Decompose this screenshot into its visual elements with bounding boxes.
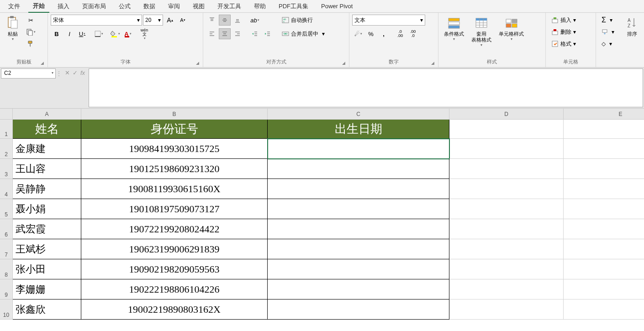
row-header[interactable]: 5 [0,199,13,219]
cell-B4[interactable]: 19008119930615160X [81,179,268,199]
formula-input[interactable] [89,68,643,107]
increase-decimal-button[interactable]: .0.00 [394,28,406,39]
cell-D8[interactable] [449,259,564,279]
cut-button[interactable]: ✂ [25,15,37,26]
align-center-button[interactable] [219,28,231,39]
cell-B10[interactable]: 19002219890803162X [81,299,268,320]
autosum-button[interactable]: Σ▾ [599,15,615,26]
cell-B1[interactable]: 身份证号 [81,120,268,139]
select-all-corner[interactable] [0,109,13,120]
cell-E1[interactable] [564,120,644,139]
decrease-font-button[interactable]: A▾ [177,15,189,26]
cell-B6[interactable]: 190722199208024422 [81,219,268,239]
cell-A3[interactable]: 王山容 [13,159,81,179]
fill-color-button[interactable]: ▾ [109,28,121,39]
cell-C6[interactable] [268,219,449,239]
tab-view[interactable]: 视图 [188,0,209,12]
align-left-button[interactable] [206,28,218,39]
cell-D3[interactable] [449,159,564,179]
cell-C7[interactable] [268,239,449,259]
font-size-select[interactable]: 20▾ [143,15,163,26]
cell-A8[interactable]: 张小田 [13,259,81,279]
tab-developer[interactable]: 开发工具 [213,0,246,12]
name-box[interactable]: C2 ▾ [1,68,56,79]
cell-E2[interactable] [564,139,644,159]
row-header[interactable]: 2 [0,139,13,159]
clear-button[interactable]: ◇▾ [599,38,615,49]
cell-styles-button[interactable]: 单元格样式▾ [496,15,527,42]
underline-button[interactable]: U▾ [76,28,88,39]
decrease-decimal-button[interactable]: .00.0 [407,28,419,39]
cell-D9[interactable] [449,279,564,299]
number-launcher[interactable]: ◢ [431,61,434,65]
align-right-button[interactable] [232,28,243,39]
col-header[interactable]: D [449,109,564,120]
comma-button[interactable]: , [378,28,390,39]
cell-D5[interactable] [449,199,564,219]
copy-button[interactable]: ▾ [25,26,37,37]
tab-pdf[interactable]: PDF工具集 [274,0,313,12]
cell-C4[interactable] [268,179,449,199]
cell-B3[interactable]: 190125198609231320 [81,159,268,179]
cell-A6[interactable]: 武宏霞 [13,219,81,239]
cell-E4[interactable] [564,179,644,199]
cell-D2[interactable] [449,139,564,159]
row-header[interactable]: 4 [0,179,13,199]
currency-button[interactable]: ☄▾ [352,28,364,39]
cell-A5[interactable]: 聂小娟 [13,199,81,219]
tab-review[interactable]: 审阅 [164,0,185,12]
cell-B7[interactable]: 190623199006291839 [81,239,268,259]
align-top-button[interactable] [206,15,218,26]
tab-file[interactable]: 文件 [4,0,25,12]
wrap-text-button[interactable]: abc 自动换行 [279,15,327,26]
orientation-button[interactable]: ab▾ [249,15,261,26]
cell-B8[interactable]: 190902198209059563 [81,259,268,279]
cell-E6[interactable] [564,219,644,239]
font-launcher[interactable]: ◢ [196,61,199,65]
clipboard-launcher[interactable]: ◢ [41,61,44,65]
cell-A9[interactable]: 李姗姗 [13,279,81,299]
col-header[interactable]: C [268,109,449,120]
col-header[interactable]: B [81,109,268,120]
cell-C3[interactable] [268,159,449,179]
insert-cells-button[interactable]: 插入▾ [549,15,579,26]
tab-formulas[interactable]: 公式 [114,0,135,12]
font-color-button[interactable]: A ▾ [122,28,134,39]
cell-A2[interactable]: 金康建 [13,139,81,159]
cell-C2[interactable] [268,139,449,159]
increase-indent-button[interactable] [262,28,274,39]
format-cells-button[interactable]: 格式▾ [549,38,579,49]
fill-button[interactable]: ▾ [599,26,617,37]
cell-E8[interactable] [564,259,644,279]
number-format-select[interactable]: 文本▾ [352,15,425,26]
cell-D6[interactable] [449,219,564,239]
cell-A10[interactable]: 张鑫欣 [13,299,81,320]
cell-A4[interactable]: 吴静静 [13,179,81,199]
tab-layout[interactable]: 页面布局 [78,0,111,12]
border-button[interactable]: ▾ [93,28,105,39]
cell-B2[interactable]: 190984199303015725 [81,139,268,159]
cell-E7[interactable] [564,239,644,259]
row-header[interactable]: 6 [0,219,13,239]
cell-C9[interactable] [268,279,449,299]
sort-filter-button[interactable]: AZ 排序 [622,15,642,38]
cell-D4[interactable] [449,179,564,199]
cancel-button[interactable]: ✕ [65,69,70,76]
splitter[interactable]: ⋮ [57,68,61,108]
col-header[interactable]: A [13,109,81,120]
cell-A1[interactable]: 姓名 [13,120,81,139]
cell-D10[interactable] [449,299,564,320]
cell-E3[interactable] [564,159,644,179]
cell-D7[interactable] [449,239,564,259]
bold-button[interactable]: B [51,28,63,39]
italic-button[interactable]: I [63,28,75,39]
tab-home[interactable]: 开始 [28,0,49,13]
col-header[interactable]: E [564,109,644,120]
row-header[interactable]: 8 [0,259,13,279]
row-header[interactable]: 9 [0,279,13,299]
cell-E9[interactable] [564,279,644,299]
tab-powerpivot[interactable]: Power Pivot [317,1,357,11]
cell-A7[interactable]: 王斌杉 [13,239,81,259]
row-header[interactable]: 7 [0,239,13,259]
cell-C1[interactable]: 出生日期 [268,120,449,139]
